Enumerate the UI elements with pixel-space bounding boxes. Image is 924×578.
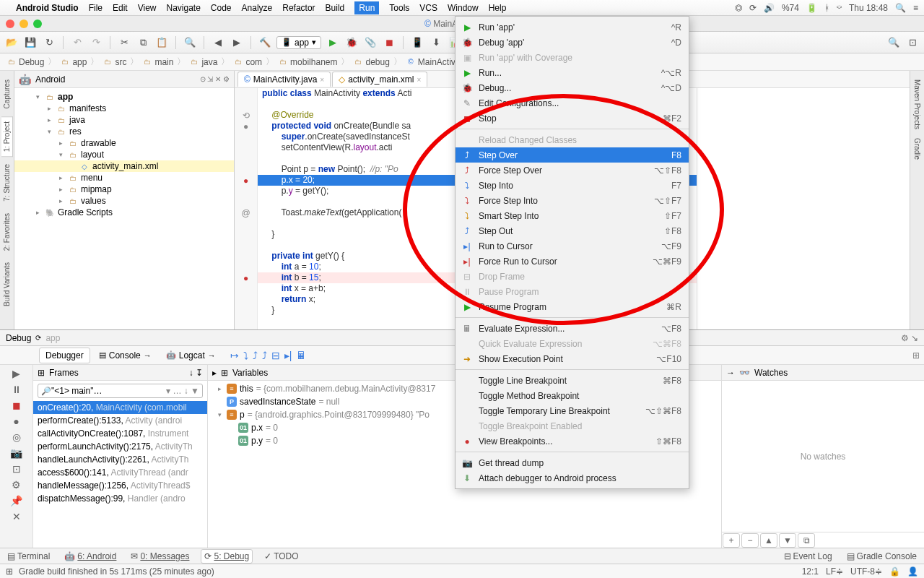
resume-icon[interactable]: ▶ (12, 368, 20, 379)
line-ending[interactable]: LF≑ (826, 566, 843, 577)
logcat-tab[interactable]: 🤖 Logcat → (160, 348, 222, 363)
menu-item[interactable]: Toggle Method Breakpoint (456, 388, 689, 403)
run-menu[interactable]: ▶Run 'app'^R🐞Debug 'app'^D▣Run 'app' wit… (455, 16, 689, 489)
tab-project[interactable]: 1: Project (1, 116, 13, 157)
todo-tab[interactable]: ✓ TODO (261, 550, 301, 563)
find-icon[interactable]: 🔍 (183, 35, 197, 50)
tab-structure[interactable]: 7: Structure (1, 160, 12, 206)
bc-item[interactable]: 🗀src (100, 56, 128, 68)
tree-item[interactable]: ▸🐘Gradle Scripts (14, 207, 234, 218)
sync-icon[interactable]: ↻ (42, 35, 56, 50)
avd-icon[interactable]: 📱 (410, 35, 424, 50)
android-tab[interactable]: 🤖 6: Android (61, 550, 119, 563)
bluetooth-icon[interactable]: ᚼ (824, 3, 829, 13)
tree-item[interactable]: ▸🗀menu (14, 172, 234, 184)
debug-icon[interactable]: 🐞 (344, 35, 359, 50)
menu-code[interactable]: Code (211, 3, 232, 13)
drive-icon[interactable]: ⏣ (735, 3, 742, 13)
menu-item[interactable]: ➜Show Execution Point⌥F10 (456, 351, 689, 366)
menu-view[interactable]: View (138, 3, 157, 13)
step-into-icon[interactable]: ⤴ (253, 350, 258, 361)
frame-item[interactable]: callActivityOnCreate():1087, Instrument (33, 427, 207, 440)
bc-item[interactable]: 🗀java (187, 56, 219, 68)
back-icon[interactable]: ◀ (211, 35, 225, 50)
menu-item[interactable]: ✎Edit Configurations... (456, 95, 689, 111)
timemachine-icon[interactable]: ⟳ (749, 3, 757, 13)
tree-item[interactable]: ▾🗀layout (14, 149, 234, 160)
menu-refactor[interactable]: Refactor (282, 3, 315, 13)
stop-icon[interactable]: ◼ (382, 35, 396, 50)
menu-vcs[interactable]: VCS (419, 3, 437, 13)
search-icon[interactable]: 🔍 (886, 35, 901, 50)
frame-item[interactable]: performCreate():5133, Activity (androi (33, 414, 207, 427)
eventlog-tab[interactable]: ⊟ Event Log (781, 550, 835, 563)
thread-select[interactable]: 🔎 "<1> main"…▾ … ↓ ▼ (38, 384, 203, 398)
close-window[interactable] (6, 20, 14, 28)
save-icon[interactable]: 💾 (23, 35, 38, 50)
menu-item[interactable]: ●View Breakpoints...⇧⌘F8 (456, 434, 689, 449)
cut-icon[interactable]: ✂ (117, 35, 131, 50)
battery-icon[interactable]: 🔋 (806, 3, 817, 13)
bc-item[interactable]: 🗀main (140, 56, 175, 68)
remove-watch[interactable]: − (741, 533, 759, 548)
forward-icon[interactable]: ▶ (230, 35, 244, 50)
open-icon[interactable]: 📂 (4, 35, 19, 50)
frame-list[interactable]: onCreate():20, MainActivity (com.mobilpe… (33, 401, 207, 548)
lock-icon[interactable]: 🔒 (889, 566, 900, 577)
terminal-tab[interactable]: ▤ Terminal (4, 550, 53, 563)
copy-icon[interactable]: ⧉ (136, 35, 150, 50)
frame-item[interactable]: handleLaunchActivity():2261, ActivityTh (33, 453, 207, 466)
undo-icon[interactable]: ↶ (70, 35, 84, 50)
menu-item[interactable]: ▶Run...^⌥R (456, 65, 689, 80)
menu-item[interactable]: ⤴Force Step Over⌥⇧F8 (456, 163, 689, 178)
encoding[interactable]: UTF-8≑ (850, 566, 882, 577)
tab-favorites[interactable]: 2: Favorites (1, 209, 12, 255)
menu-window[interactable]: Window (448, 3, 479, 13)
frame-item[interactable]: access$600():141, ActivityThread (andr (33, 466, 207, 479)
menu-tools[interactable]: Tools (389, 3, 409, 13)
window-icon[interactable]: ⊞ (6, 566, 13, 577)
menu-edit[interactable]: Edit (113, 3, 128, 13)
editor-gutter[interactable]: ⟲●●@● (235, 88, 258, 329)
zoom-window[interactable] (33, 20, 42, 28)
tree-item[interactable]: ▸🗀values (14, 195, 234, 207)
tree-item[interactable]: ▾🗀app (14, 91, 234, 103)
bc-item[interactable]: 🗀com (231, 56, 264, 68)
restore-icon[interactable]: ⊡ (12, 463, 21, 475)
step-over-icon[interactable]: ⤵ (243, 350, 248, 361)
menu-item[interactable]: ⤵Step IntoF7 (456, 178, 689, 193)
menu-analyze[interactable]: Analyze (242, 3, 273, 13)
clock[interactable]: Thu 18:48 (849, 3, 888, 13)
tab-captures[interactable]: Captures (1, 75, 12, 113)
frame-item[interactable]: performLaunchActivity():2175, ActivityTh (33, 440, 207, 453)
gear-icon[interactable]: ⚙ ↘ (901, 333, 918, 343)
pause-icon[interactable]: ⏸ (12, 384, 22, 395)
close-icon[interactable]: × (417, 76, 422, 84)
menu-build[interactable]: Build (326, 3, 345, 13)
menu-item[interactable]: 📷Get thread dump (456, 455, 689, 470)
messages-tab[interactable]: ✉ 0: Messages (128, 550, 192, 563)
debug-tab[interactable]: ⟳ 5: Debug (201, 549, 253, 564)
show-exec-icon[interactable]: ↦ (230, 350, 239, 361)
evaluate-icon[interactable]: 🖩 (296, 350, 306, 361)
pin-icon[interactable]: 📌 (10, 495, 22, 506)
project-tree[interactable]: ▾🗀app▸🗀manifests▸🗀java▾🗀res▸🗀drawable▾🗀l… (14, 88, 234, 329)
menu-item[interactable]: ▸|Run to Cursor⌥F9 (456, 238, 689, 254)
run-cursor-icon[interactable]: ▸| (284, 350, 292, 361)
project-header-label[interactable]: Android (35, 74, 65, 85)
menu-item[interactable]: 🖩Evaluate Expression...⌥F8 (456, 321, 689, 336)
redo-icon[interactable]: ↷ (89, 35, 103, 50)
gradle-console-tab[interactable]: ▤ Gradle Console (844, 550, 920, 563)
app-name[interactable]: Android Studio (16, 3, 79, 13)
tree-item[interactable]: ▾🗀res (14, 126, 234, 137)
menu-item[interactable]: ⤵Smart Step Into⇧F7 (456, 208, 689, 223)
down-watch[interactable]: ▼ (779, 533, 796, 548)
breakpoints-icon[interactable]: ● (13, 415, 19, 427)
add-watch[interactable]: + (723, 533, 740, 548)
bc-item[interactable]: 🗀mobilhanem (276, 56, 339, 68)
paste-icon[interactable]: 📋 (154, 35, 169, 50)
editor-tab[interactable]: ©MainActivity.java× (237, 72, 331, 87)
tab-build-variants[interactable]: Build Variants (1, 258, 12, 311)
tree-item[interactable]: ▸🗀mipmap (14, 184, 234, 195)
menu-item[interactable]: ▶Run 'app'^R (456, 20, 689, 35)
